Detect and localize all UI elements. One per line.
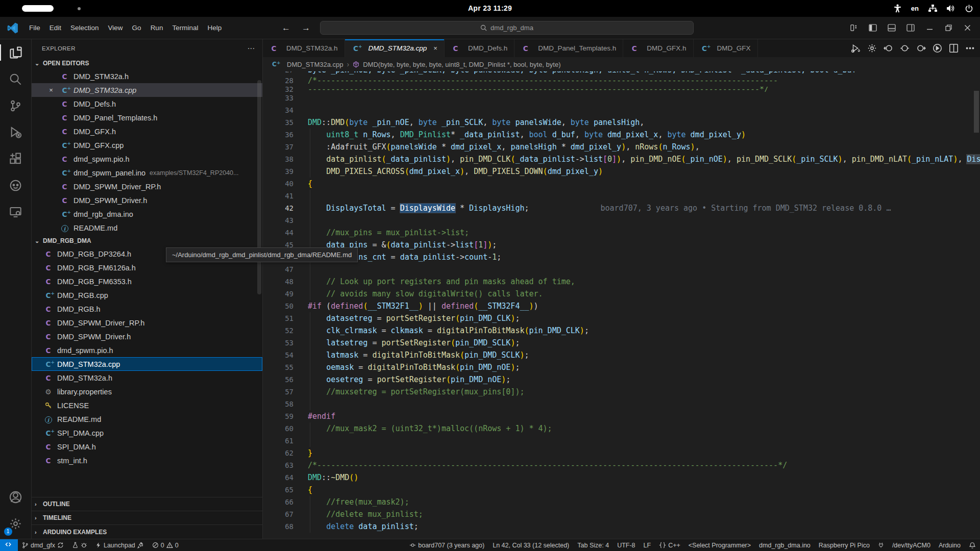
- network-icon[interactable]: [928, 5, 937, 12]
- status-problems[interactable]: 00: [148, 539, 183, 551]
- menu-terminal[interactable]: Terminal: [167, 21, 203, 34]
- status-arduino[interactable]: Arduino: [935, 539, 965, 551]
- keyboard-layout-indicator[interactable]: en: [911, 5, 919, 12]
- status-language-mode[interactable]: C++: [655, 539, 684, 551]
- file-item[interactable]: C+DMD_STM32a.cpp: [32, 357, 262, 371]
- restore-icon[interactable]: [941, 21, 956, 35]
- search-activity-button[interactable]: [0, 66, 32, 92]
- toggle-sidebar-icon[interactable]: [865, 21, 880, 35]
- nav-forward-icon[interactable]: →: [302, 23, 310, 33]
- status-eol[interactable]: LF: [640, 539, 655, 551]
- file-item[interactable]: CDMD_STM32a.h: [32, 371, 262, 385]
- account-button[interactable]: [0, 484, 32, 510]
- code-editor[interactable]: 27byte _pin_nOE, byte _pin_SCLK, byte pa…: [263, 71, 980, 539]
- open-editor-item[interactable]: iREADME.md: [32, 221, 262, 235]
- status-board[interactable]: Raspberry Pi Pico: [815, 539, 874, 551]
- tab-dmd_gfx-h[interactable]: CDMD_GFX.h: [623, 39, 693, 57]
- toggle-panel-icon[interactable]: [884, 21, 899, 35]
- tab-dmd_defs-h[interactable]: CDMD_Defs.h: [445, 39, 514, 57]
- minimize-icon[interactable]: [922, 21, 937, 35]
- tab-dmd_panel_templates-h[interactable]: CDMD_Panel_Templates.h: [514, 39, 623, 57]
- menu-edit[interactable]: Edit: [45, 21, 66, 34]
- file-item[interactable]: C+DMD_RGB.cpp: [32, 288, 262, 302]
- file-item[interactable]: CDMD_RGB_FM6126a.h: [32, 261, 262, 274]
- open-editor-item[interactable]: C+DMD_GFX.cpp: [32, 138, 262, 152]
- folder-section-header[interactable]: ⌄ DMD_RGB_DMA: [32, 235, 262, 247]
- system-clock[interactable]: Apr 23 11:29: [0, 0, 980, 17]
- file-item[interactable]: CSPI_DMA.h: [32, 440, 262, 454]
- file-item[interactable]: ⚙library.properties: [32, 385, 262, 398]
- open-editor-item[interactable]: Cdmd_spwm.pio.h: [32, 152, 262, 166]
- file-item[interactable]: Cstm_int.h: [32, 454, 262, 467]
- nav-dot-circle-icon[interactable]: [900, 43, 910, 53]
- run-or-debug-icon[interactable]: [850, 44, 861, 53]
- file-item[interactable]: CDMD_RGB_FM6353.h: [32, 274, 262, 288]
- status-tab-size[interactable]: Tab Size: 4: [573, 539, 613, 551]
- section-arduino-examples[interactable]: ›ARDUINO EXAMPLES: [32, 525, 262, 539]
- run-debug-activity-button[interactable]: [0, 119, 32, 145]
- menu-run[interactable]: Run: [146, 21, 168, 34]
- file-item[interactable]: CDMD_RGB.h: [32, 302, 262, 316]
- nav-forward-circle-icon[interactable]: [916, 43, 926, 53]
- split-editor-icon[interactable]: [949, 43, 959, 53]
- tab-dmd_stm32a-cpp[interactable]: C+DMD_STM32a.cpp×: [345, 39, 445, 57]
- open-editor-item[interactable]: C+dmd_rgb_dma.ino: [32, 207, 262, 221]
- menu-go[interactable]: Go: [128, 21, 146, 34]
- status-cursor-position[interactable]: Ln 42, Col 33 (12 selected): [488, 539, 573, 551]
- toggle-secondary-sidebar-icon[interactable]: [903, 21, 918, 35]
- status-serial-port[interactable]: /dev/ttyACM0: [888, 539, 935, 551]
- close-editor-icon[interactable]: ×: [47, 86, 55, 94]
- explorer-activity-button[interactable]: [0, 39, 32, 66]
- close-window-icon[interactable]: [960, 21, 975, 35]
- remote-explorer-activity-button[interactable]: [0, 198, 32, 225]
- close-tab-icon[interactable]: ×: [433, 44, 437, 52]
- open-editor-item[interactable]: CDMD_STM32a.h: [32, 69, 262, 83]
- settings-gear-button[interactable]: 1: [0, 510, 32, 537]
- status-git-branch[interactable]: dmd_gfx: [18, 539, 68, 551]
- copilot-activity-button[interactable]: [0, 172, 32, 198]
- menu-help[interactable]: Help: [203, 21, 226, 34]
- file-item[interactable]: Cdmd_spwm.pio.h: [32, 343, 262, 357]
- tab-dmd_stm32a-h[interactable]: CDMD_STM32a.h: [263, 39, 345, 57]
- menu-selection[interactable]: Selection: [66, 21, 104, 34]
- open-editor-item[interactable]: CDMD_SPWM_Driver.h: [32, 193, 262, 207]
- file-item[interactable]: LICENSE: [32, 398, 262, 412]
- volume-icon[interactable]: [947, 5, 955, 12]
- status-programmer[interactable]: <Select Programmer>: [684, 539, 755, 551]
- status-blame-author[interactable]: board707 (3 years ago): [405, 539, 488, 551]
- status-sketch[interactable]: dmd_rgb_dma.ino: [755, 539, 815, 551]
- accessibility-icon[interactable]: [894, 4, 901, 13]
- customize-layout-icon[interactable]: [846, 21, 862, 35]
- status-port-plug[interactable]: [874, 539, 888, 551]
- file-item[interactable]: C+SPI_DMA.cpp: [32, 426, 262, 440]
- explorer-more-actions-icon[interactable]: ···: [248, 45, 256, 52]
- open-editor-item[interactable]: CDMD_Panel_Templates.h: [32, 111, 262, 124]
- open-editor-item[interactable]: ×C+DMD_STM32a.cpp: [32, 83, 262, 97]
- power-icon[interactable]: [965, 5, 973, 13]
- menu-file[interactable]: File: [24, 21, 45, 34]
- status-notifications[interactable]: [965, 539, 980, 551]
- sidebar-scrollbar[interactable]: [257, 80, 261, 294]
- open-editor-item[interactable]: CDMD_Defs.h: [32, 97, 262, 111]
- open-editors-section-header[interactable]: ⌄ OPEN EDITORS: [32, 57, 262, 69]
- status-launchpad[interactable]: Launchpad: [91, 539, 148, 551]
- menu-view[interactable]: View: [104, 21, 128, 34]
- more-actions-icon[interactable]: [965, 43, 975, 53]
- editor-scrollbar[interactable]: [974, 91, 979, 133]
- run-circle-icon[interactable]: [933, 43, 942, 53]
- breadcrumb[interactable]: C+ DMD_STM32a.cpp › DMD(byte, byte, byte…: [263, 57, 980, 71]
- section-outline[interactable]: ›OUTLINE: [32, 497, 262, 511]
- source-control-activity-button[interactable]: [0, 92, 32, 119]
- open-editor-item[interactable]: CDMD_GFX.h: [32, 124, 262, 138]
- status-encoding[interactable]: UTF-8: [613, 539, 639, 551]
- nav-back-circle-icon[interactable]: [884, 43, 893, 53]
- command-center-search[interactable]: dmd_rgb_dma: [320, 21, 694, 35]
- tab-dmd_gfx[interactable]: C+DMD_GFX: [694, 39, 758, 57]
- open-editor-item[interactable]: CDMD_SPWM_Driver_RP.h: [32, 180, 262, 193]
- file-item[interactable]: iREADME.md: [32, 412, 262, 426]
- status-remote-indicator[interactable]: [0, 539, 18, 551]
- section-timeline[interactable]: ›TIMELINE: [32, 511, 262, 525]
- open-editor-item[interactable]: C+dmd_spwm_panel.inoexamples/STM32F4_RP2…: [32, 166, 262, 180]
- file-item[interactable]: CDMD_SPWM_Driver.h: [32, 330, 262, 343]
- file-item[interactable]: CDMD_SPWM_Driver_RP.h: [32, 316, 262, 330]
